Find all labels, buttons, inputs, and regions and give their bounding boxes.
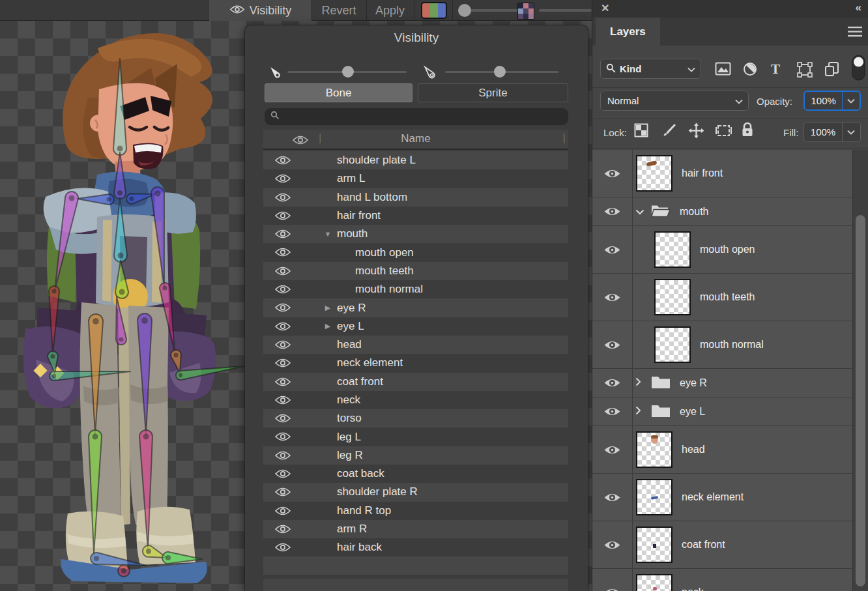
eye-toggle-icon[interactable] <box>274 321 291 334</box>
bone-joint[interactable] <box>117 190 123 195</box>
bone-joint[interactable] <box>146 549 151 554</box>
layer-eye-toggle[interactable] <box>592 397 633 425</box>
lock-position-icon[interactable] <box>688 123 704 141</box>
close-icon[interactable]: ✕ <box>601 2 609 14</box>
visibility-row[interactable]: hand L bottom <box>263 188 568 207</box>
layer-eye-toggle[interactable] <box>592 569 633 591</box>
bone-joint[interactable] <box>94 556 99 561</box>
layer-group-row[interactable]: mouth <box>592 197 853 226</box>
layer-group-row[interactable]: eye L <box>592 397 853 426</box>
bone-joint[interactable] <box>93 434 98 440</box>
layers-scrollbar-thumb[interactable] <box>856 215 865 586</box>
eye-toggle-icon[interactable] <box>274 450 291 463</box>
bone-joint[interactable] <box>179 373 182 377</box>
eye-toggle-icon[interactable] <box>274 487 291 500</box>
bone-joint[interactable] <box>129 196 134 201</box>
apply-button[interactable]: Apply <box>366 0 414 21</box>
filter-pixel-layers-icon[interactable] <box>715 62 731 78</box>
lock-all-icon[interactable] <box>741 122 754 141</box>
eye-toggle-icon[interactable] <box>274 468 291 482</box>
bone-joint[interactable] <box>52 374 56 378</box>
chevron-right-icon[interactable] <box>635 377 641 389</box>
tab-bone[interactable]: Bone <box>265 83 412 102</box>
visibility-row[interactable]: torso <box>263 409 568 427</box>
eye-toggle-icon[interactable] <box>274 358 291 371</box>
eye-toggle-icon[interactable] <box>274 524 291 537</box>
visibility-row[interactable]: ▶eye R <box>263 298 568 317</box>
visibility-row[interactable]: coat back <box>263 465 568 483</box>
bone-joint[interactable] <box>143 434 149 440</box>
eye-toggle-icon[interactable] <box>274 506 291 519</box>
fill-value-box[interactable]: 100% <box>803 122 861 142</box>
layer-thumbnail[interactable] <box>636 526 673 563</box>
filter-type-layers-icon[interactable]: T <box>771 61 780 78</box>
panel-menu-icon[interactable] <box>847 26 863 40</box>
eye-toggle-icon[interactable] <box>274 210 291 223</box>
sprite-opacity-slider[interactable] <box>539 9 592 12</box>
eye-toggle-icon[interactable] <box>274 431 291 444</box>
visibility-row[interactable]: neck element <box>263 354 568 372</box>
visibility-row[interactable]: arm L <box>263 169 568 188</box>
expand-triangle-icon[interactable]: ▶ <box>323 304 332 312</box>
bone-joint[interactable] <box>166 555 171 560</box>
bone-size-slider-knob[interactable] <box>342 66 354 78</box>
layer-row[interactable]: neck <box>592 569 853 591</box>
bone-color-swatch-button[interactable] <box>421 2 447 19</box>
visibility-row[interactable]: head <box>263 336 568 354</box>
bone-joint[interactable] <box>106 197 111 201</box>
layer-row[interactable]: neck element <box>592 474 853 521</box>
eye-toggle-icon[interactable] <box>274 395 291 408</box>
bone-joint[interactable] <box>118 253 124 259</box>
eye-toggle-icon[interactable] <box>274 542 291 555</box>
bone-joint[interactable] <box>93 318 99 324</box>
collapse-triangle-icon[interactable]: ▼ <box>323 230 332 238</box>
layer-row[interactable]: head <box>592 426 853 474</box>
visibility-row[interactable]: shoulder plate L <box>263 151 568 169</box>
chevron-down-icon[interactable] <box>635 206 644 218</box>
layer-thumbnail[interactable] <box>654 279 691 315</box>
bone-joint[interactable] <box>141 317 148 324</box>
bone-joint[interactable] <box>119 337 123 341</box>
search-input[interactable] <box>265 108 568 125</box>
layer-eye-toggle[interactable] <box>592 150 633 197</box>
collapse-panel-icon[interactable]: « <box>856 1 860 14</box>
layer-row[interactable]: hair front <box>592 150 853 197</box>
lock-paint-icon[interactable] <box>661 123 677 141</box>
visibility-row[interactable]: shoulder plate R <box>263 483 568 501</box>
eye-toggle-icon[interactable] <box>274 229 291 242</box>
layer-thumbnail[interactable] <box>654 231 691 268</box>
visibility-row[interactable]: mouth teeth <box>263 262 568 280</box>
eye-toggle-icon[interactable] <box>274 155 291 168</box>
bone-outline-slider-knob[interactable] <box>494 66 506 78</box>
filter-toggle-pill[interactable] <box>852 55 865 83</box>
eye-toggle-icon[interactable] <box>274 302 291 315</box>
layer-eye-toggle[interactable] <box>592 226 633 273</box>
layer-thumbnail[interactable] <box>636 479 673 515</box>
bone-joint[interactable] <box>162 285 167 290</box>
eye-toggle-icon[interactable] <box>274 377 291 390</box>
bone-joint[interactable] <box>119 289 125 295</box>
layer-eye-toggle[interactable] <box>592 521 633 568</box>
visibility-row[interactable]: neck <box>263 391 568 409</box>
bone-joint[interactable] <box>117 146 123 152</box>
blend-mode-dropdown[interactable]: Normal <box>600 91 749 111</box>
layer-group-row[interactable]: eye R <box>592 369 853 397</box>
chevron-down-icon[interactable] <box>843 130 860 135</box>
layers-scrollbar[interactable] <box>852 150 868 591</box>
chevron-right-icon[interactable] <box>635 406 641 418</box>
lock-artboard-icon[interactable] <box>716 123 732 141</box>
lock-transparency-icon[interactable] <box>634 123 648 140</box>
kind-filter-dropdown[interactable]: Kind <box>600 59 701 79</box>
bone-joint[interactable] <box>155 191 161 197</box>
visibility-row[interactable]: arm R <box>263 520 568 538</box>
layer-eye-toggle[interactable] <box>592 274 633 321</box>
tab-layers[interactable]: Layers <box>596 18 660 46</box>
visibility-row[interactable]: leg R <box>263 446 568 465</box>
layer-row[interactable]: mouth teeth <box>592 274 853 321</box>
layer-eye-toggle[interactable] <box>592 474 633 521</box>
visibility-row[interactable]: mouth normal <box>263 280 568 298</box>
chevron-down-icon[interactable] <box>843 98 860 104</box>
layer-thumbnail[interactable] <box>654 326 691 363</box>
filter-adjustment-layers-icon[interactable] <box>743 62 757 79</box>
filter-smart-objects-icon[interactable] <box>824 61 840 79</box>
